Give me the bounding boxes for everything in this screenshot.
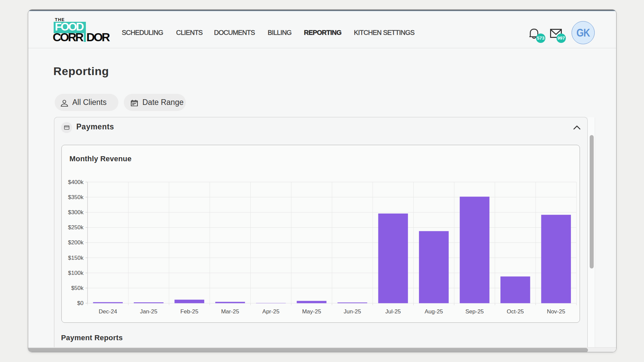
- svg-text:$50k: $50k: [71, 285, 84, 291]
- svg-text:May-25: May-25: [302, 308, 321, 315]
- svg-text:Aug-25: Aug-25: [425, 308, 443, 315]
- svg-text:$350k: $350k: [68, 194, 84, 200]
- svg-text:Jan-25: Jan-25: [140, 308, 157, 315]
- svg-text:$400k: $400k: [68, 179, 84, 185]
- svg-text:$250k: $250k: [68, 224, 84, 231]
- svg-text:Jun-25: Jun-25: [344, 308, 361, 315]
- svg-text:Nov-25: Nov-25: [547, 308, 565, 315]
- svg-text:Mar-25: Mar-25: [221, 308, 239, 315]
- svg-text:Oct-25: Oct-25: [507, 308, 524, 315]
- svg-text:$300k: $300k: [68, 209, 84, 216]
- svg-text:$150k: $150k: [68, 255, 84, 261]
- svg-text:Jul-25: Jul-25: [385, 308, 401, 315]
- svg-text:$200k: $200k: [68, 239, 84, 246]
- svg-text:$0: $0: [77, 300, 84, 306]
- svg-text:Sep-25: Sep-25: [465, 308, 484, 315]
- svg-text:Feb-25: Feb-25: [180, 308, 199, 315]
- svg-text:Apr-25: Apr-25: [262, 308, 279, 315]
- svg-text:Dec-24: Dec-24: [99, 308, 117, 315]
- svg-text:$100k: $100k: [68, 270, 84, 276]
